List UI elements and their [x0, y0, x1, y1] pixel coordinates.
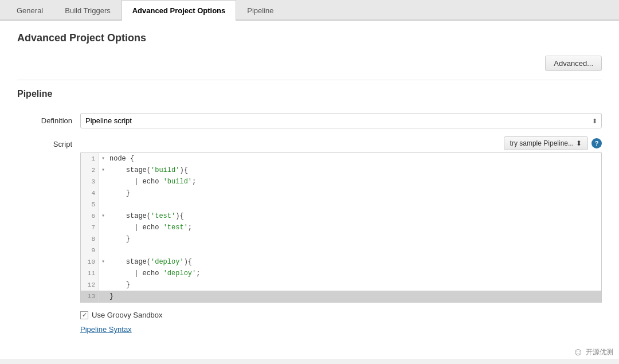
- code-line-7: 7 | echo 'test';: [81, 222, 601, 233]
- tab-build-triggers[interactable]: Build Triggers: [54, 0, 121, 21]
- definition-select-wrapper: Pipeline script Pipeline script from SCM…: [80, 113, 602, 128]
- code-editor[interactable]: 1 ▾ node { 2 ▾ stage('build'){ 3 | echo …: [80, 152, 602, 303]
- watermark: ☺ 开源优测: [573, 346, 613, 358]
- pipeline-syntax-row: Pipeline Syntax: [80, 325, 602, 334]
- groovy-sandbox-row: ✓ Use Groovy Sandbox: [80, 311, 602, 319]
- code-line-8: 8 }: [81, 233, 601, 245]
- code-line-3: 3 | echo 'build';: [81, 176, 601, 187]
- groovy-sandbox-checkbox[interactable]: ✓: [80, 311, 88, 319]
- script-label: Script: [17, 136, 80, 148]
- groovy-sandbox-label: Use Groovy Sandbox: [92, 311, 163, 319]
- definition-select[interactable]: Pipeline script Pipeline script from SCM: [80, 113, 602, 128]
- tab-general[interactable]: General: [6, 0, 54, 21]
- try-sample-button[interactable]: try sample Pipeline... ⬍: [504, 136, 588, 150]
- pipeline-syntax-link[interactable]: Pipeline Syntax: [80, 325, 132, 334]
- code-line-11: 11 | echo 'deploy';: [81, 268, 601, 279]
- script-field: try sample Pipeline... ⬍ ? 1 ▾ node { 2 …: [80, 136, 602, 303]
- main-content: Advanced Project Options Advanced... Pip…: [0, 21, 619, 359]
- script-row: Script try sample Pipeline... ⬍ ? 1 ▾ no…: [17, 136, 602, 303]
- try-sample-label: try sample Pipeline...: [510, 139, 574, 147]
- code-line-5: 5: [81, 199, 601, 210]
- code-line-2: 2 ▾ stage('build'){: [81, 165, 601, 176]
- code-line-13: 13 }: [81, 291, 601, 302]
- definition-row: Definition Pipeline script Pipeline scri…: [17, 113, 602, 128]
- watermark-icon: ☺: [573, 346, 583, 358]
- advanced-button[interactable]: Advanced...: [545, 56, 602, 71]
- code-line-10: 10 ▾ stage('deploy'){: [81, 256, 601, 268]
- tab-advanced-project-options[interactable]: Advanced Project Options: [122, 0, 237, 21]
- tab-bar: General Build Triggers Advanced Project …: [0, 0, 619, 21]
- code-line-4: 4 }: [81, 187, 601, 199]
- tab-pipeline[interactable]: Pipeline: [236, 0, 284, 21]
- script-header: try sample Pipeline... ⬍ ?: [80, 136, 602, 150]
- page-title: Advanced Project Options: [17, 32, 602, 44]
- code-line-6: 6 ▾ stage('test'){: [81, 210, 601, 222]
- definition-label: Definition: [17, 113, 80, 125]
- help-icon[interactable]: ?: [591, 138, 602, 148]
- sample-arrow-icon: ⬍: [576, 139, 582, 147]
- code-line-12: 12 }: [81, 279, 601, 291]
- pipeline-section-header: Pipeline: [17, 89, 602, 103]
- watermark-text: 开源优测: [586, 347, 613, 357]
- code-line-9: 9: [81, 245, 601, 256]
- advanced-btn-row: Advanced...: [17, 56, 602, 80]
- code-line-1: 1 ▾ node {: [81, 153, 601, 165]
- definition-field: Pipeline script Pipeline script from SCM…: [80, 113, 602, 128]
